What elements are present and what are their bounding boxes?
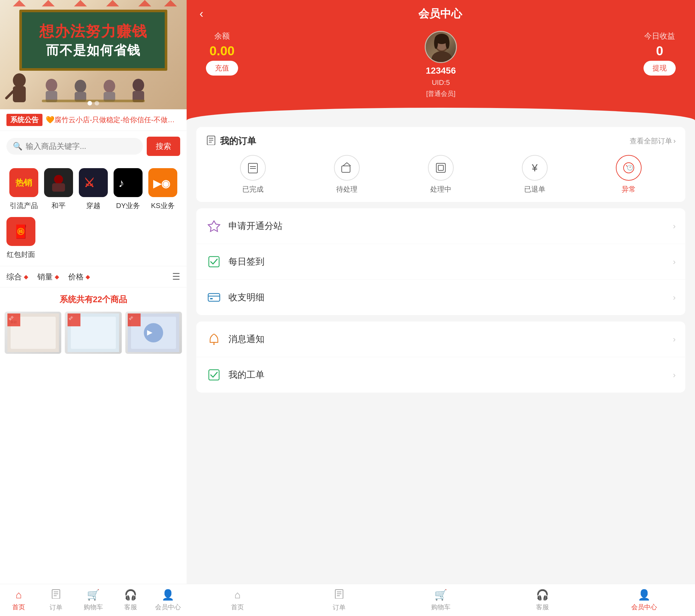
menu-item-signin[interactable]: 每日签到 › [196,244,685,280]
right-bottom-nav: ⌂ 首页 订单 🛒 购物车 🎧 客服 👤 会员中心 [187,584,695,616]
order-label-abnormal: 异常 [622,184,636,194]
category-item-3[interactable]: ♪ DY业务 [111,168,146,211]
product-grid: 新款 新款 新款 [0,312,187,354]
category-icon-3: ♪ [114,168,142,197]
section-title: 我的订单 [206,135,256,147]
banner-text-2: 而不是如何省钱 [46,41,141,59]
order-icon-pending[interactable]: 待处理 [334,155,360,194]
sort-item-0[interactable]: 综合 ◆ [6,272,37,282]
nav-item-member[interactable]: 👤 会员中心 [149,584,187,616]
svg-point-46 [434,37,438,49]
wave-divider [187,108,695,121]
svg-marker-0 [13,0,26,6]
svg-marker-60 [208,221,220,231]
svg-point-67 [213,344,215,345]
order-icon-refunded[interactable]: ¥ 已退单 [522,155,548,194]
order-icon-abnormal[interactable]: 🕐 异常 [616,155,642,194]
product-card-0[interactable]: 新款 新款 [4,312,62,354]
sort-diamond-0: ◆ [24,273,28,280]
sort-label-1: 销量 [37,272,53,282]
category-item-2[interactable]: ⚔ 穿越 [76,168,111,211]
order-circle-completed [240,155,266,181]
search-input[interactable] [26,142,136,151]
orders-section: 我的订单 查看全部订单 › 已完成 [196,127,685,202]
sort-list-icon[interactable]: ☰ [172,271,180,282]
order-circle-processing [428,155,454,181]
product-img-0: 新款 新款 [5,312,61,354]
banner-area: 想办法努力赚钱 而不是如何省钱 [0,0,187,109]
rnav-item-cart[interactable]: 🛒 购物车 [390,584,492,616]
category-item-hongbao[interactable]: 🧧 红包封面 [6,217,35,260]
order-icon-completed[interactable]: 已完成 [240,155,266,194]
rnav-item-service[interactable]: 🎧 客服 [492,584,593,616]
product-card-2[interactable]: ▶ 新款 [125,312,182,354]
svg-rect-19 [52,183,65,192]
sort-item-1[interactable]: 销量 ◆ [37,272,68,282]
rnav-cart-label: 购物车 [431,603,451,612]
banner-dot-1[interactable] [87,101,92,105]
product-img-2: ▶ 新款 [125,312,182,354]
svg-text:♪: ♪ [118,176,124,190]
svg-rect-62 [208,294,220,301]
hot-label: 热销 [15,177,32,188]
product-card-1[interactable]: 新款 [65,312,122,354]
home-icon: ⌂ [15,589,21,601]
red-envelope-icon: 🧧 [6,217,35,246]
order-label-completed: 已完成 [242,184,264,194]
earnings-section: 今日收益 0 提现 [644,31,676,75]
search-input-wrap[interactable]: 🔍 [6,138,143,155]
product-img-1: 新款 [65,312,121,354]
search-bar: 🔍 搜索 [0,131,187,162]
search-icon: 🔍 [13,142,22,151]
banner-dot-2[interactable] [95,101,99,105]
category-label-2: 穿越 [86,201,100,211]
recharge-button[interactable]: 充值 [206,61,238,75]
category-label-1: 和平 [51,201,66,211]
category-icon-1 [44,168,73,197]
sort-diamond-1: ◆ [55,273,59,280]
category-icon-0: 热销 [9,168,38,197]
transactions-label: 收支明细 [228,291,673,303]
nav-item-service[interactable]: 🎧 客服 [112,584,149,616]
svg-point-43 [431,51,452,63]
rnav-home-icon: ⌂ [234,589,240,601]
subsite-label: 申请开通分站 [228,220,673,232]
sort-item-2[interactable]: 价格 ◆ [68,272,99,282]
order-icon-processing[interactable]: 处理中 [428,155,454,194]
category-label-0: 引流产品 [10,201,38,211]
nav-item-home[interactable]: ⌂ 首页 [0,584,37,616]
rnav-item-member[interactable]: 👤 会员中心 [593,584,695,616]
earnings-label: 今日收益 [644,31,675,41]
nav-label-home: 首页 [12,603,25,612]
rnav-item-home[interactable]: ⌂ 首页 [187,584,288,616]
svg-point-9 [46,79,57,92]
category-item-0[interactable]: 热销 引流产品 [6,168,41,211]
content-scroll[interactable]: 我的订单 查看全部订单 › 已完成 [187,121,695,616]
category-item-4[interactable]: ▶◉ KS业务 [146,168,180,211]
menu-item-subsite[interactable]: 申请开通分站 › [196,208,685,244]
svg-text:▶◉: ▶◉ [153,178,170,189]
workorder-label: 我的工单 [228,369,673,381]
rnav-cart-icon: 🛒 [435,589,447,601]
orders-icon [51,588,61,601]
category-item-1[interactable]: 和平 [41,168,76,211]
back-button[interactable]: ‹ [200,7,203,21]
signin-arrow: › [673,257,676,267]
svg-marker-3 [106,0,119,6]
svg-point-18 [54,175,63,184]
rnav-item-orders[interactable]: 订单 [288,584,390,616]
menu-item-workorder[interactable]: 我的工单 › [196,357,685,392]
withdraw-button[interactable]: 提现 [644,61,676,75]
view-all-orders[interactable]: 查看全部订单 › [630,136,676,146]
svg-text:▶: ▶ [147,328,153,336]
right-header: ‹ 会员中心 余额 0.00 充值 [187,0,695,108]
menu-item-notifications[interactable]: 消息通知 › [196,321,685,357]
nav-item-orders[interactable]: 订单 [37,584,75,616]
menu-item-transactions[interactable]: 收支明细 › [196,280,685,315]
nav-item-cart[interactable]: 🛒 购物车 [75,584,112,616]
view-all-arrow: › [674,137,676,145]
nav-label-member-left: 会员中心 [155,603,181,612]
orders-title-icon [206,135,216,147]
rnav-home-label: 首页 [231,603,244,612]
search-button[interactable]: 搜索 [147,137,180,156]
